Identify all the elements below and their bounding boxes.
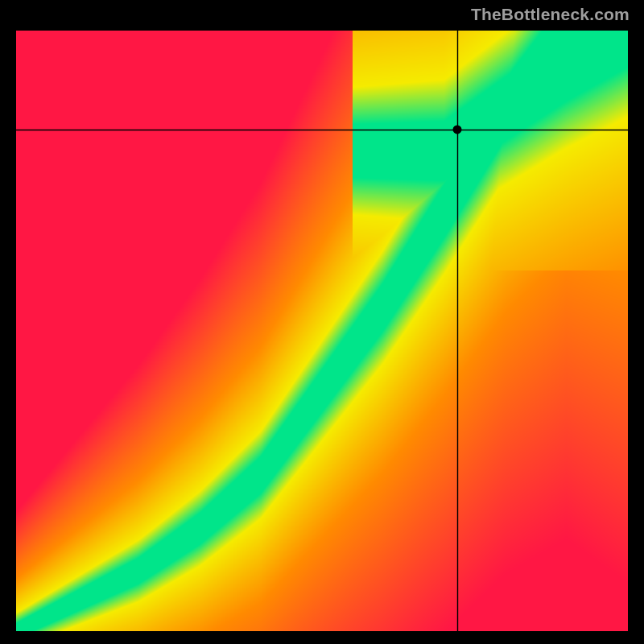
bottleneck-heatmap <box>16 31 628 631</box>
watermark-text: TheBottleneck.com <box>471 5 630 24</box>
chart-container: TheBottleneck.com <box>0 0 644 644</box>
